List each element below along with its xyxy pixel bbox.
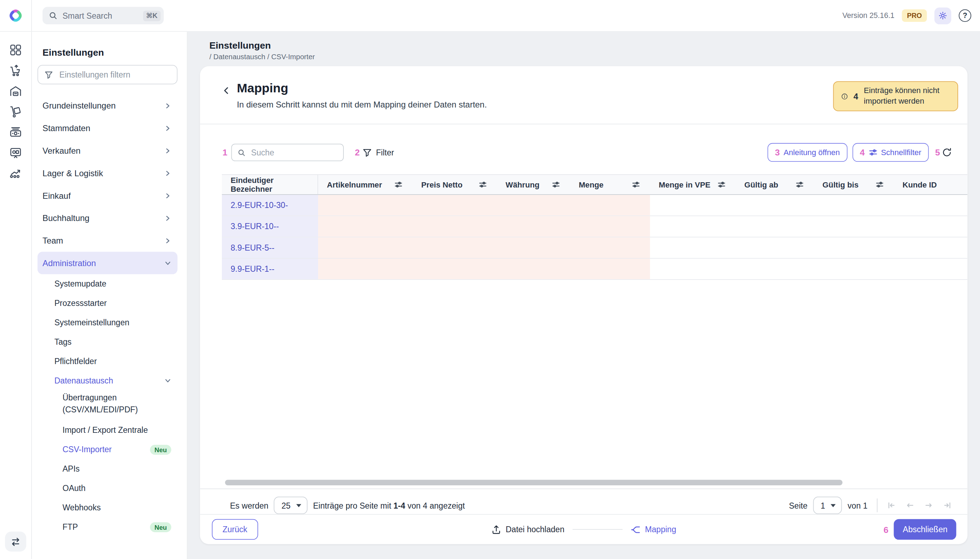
sidebar-item-team[interactable]: Team: [37, 229, 177, 251]
column-header-waehrung[interactable]: Währung: [497, 175, 570, 194]
sidebar-item-einkauf[interactable]: Einkauf: [37, 184, 177, 207]
pagesize-select[interactable]: 25: [274, 497, 308, 514]
refresh-icon: [942, 147, 952, 157]
sidebar-item-verkaufen[interactable]: Verkaufen: [37, 139, 177, 162]
sidebar-filter-input[interactable]: [58, 69, 171, 80]
last-page-icon[interactable]: [943, 501, 952, 509]
unmapped-error-cells: [318, 259, 650, 279]
row-key-cell: 9.9-EUR-1--: [222, 259, 318, 279]
column-header-menge[interactable]: Menge: [570, 175, 650, 194]
horizontal-scrollbar[interactable]: [225, 480, 843, 485]
toolbar-right: 3 Anleitung öffnen 4 Schnellfilter 5: [767, 143, 952, 162]
step-connector: [573, 529, 623, 530]
logistics-dolly-icon[interactable]: [9, 105, 23, 119]
column-header-eindeutiger-bezeichner[interactable]: Eindeutiger Bezeichner: [222, 175, 318, 194]
annotation-2: 2: [355, 147, 360, 157]
table-row[interactable]: 3.9-EUR-10--: [222, 216, 967, 237]
column-header-artikelnummer[interactable]: Artikelnummer: [318, 175, 412, 194]
sidebar-item-apis[interactable]: APIs: [37, 459, 177, 479]
back-step-button[interactable]: Zurück: [212, 519, 258, 540]
step-mapping[interactable]: Mapping: [631, 524, 676, 534]
first-page-icon[interactable]: [887, 501, 896, 509]
step-upload[interactable]: Datei hochladen: [491, 524, 564, 534]
pos-screen-icon[interactable]: [9, 146, 23, 160]
app-root: Smart Search ⌘K Version 25.16.1 PRO ?: [0, 0, 980, 559]
sidebar-item-systemupdate[interactable]: Systemupdate: [37, 274, 177, 294]
unmapped-error-cells: [318, 195, 650, 215]
sales-cart-icon[interactable]: [9, 64, 23, 78]
finish-button[interactable]: Abschließen: [894, 519, 956, 540]
finance-cash-icon[interactable]: [9, 126, 23, 139]
column-header-kunde-id[interactable]: Kunde ID: [894, 175, 967, 194]
pagination-bar: Es werden 25 Einträge pro Seite mit 1-4 …: [230, 497, 952, 514]
apps-grid-icon[interactable]: [9, 43, 23, 57]
refresh-button[interactable]: [942, 147, 952, 157]
sidebar-item-buchhaltung[interactable]: Buchhaltung: [37, 207, 177, 230]
sidebar-item-lager-logistik[interactable]: Lager & Logistik: [37, 162, 177, 184]
breadcrumb: / Datenaustausch / CSV-Importer: [209, 53, 968, 61]
warehouse-icon[interactable]: [9, 84, 23, 98]
warning-text: Einträge können nicht importiert werden: [864, 86, 950, 107]
settings-gear-button[interactable]: [935, 7, 952, 24]
chevron-down-icon: [164, 377, 171, 384]
column-mapping-icon[interactable]: [632, 180, 640, 189]
page-select[interactable]: 1: [813, 497, 842, 514]
sidebar-item-datenaustausch[interactable]: Datenaustausch: [37, 371, 177, 390]
table-row[interactable]: 2.9-EUR-10-30-: [222, 195, 967, 216]
sidebar-item-administration[interactable]: Administration: [37, 251, 177, 274]
column-mapping-icon[interactable]: [796, 180, 804, 189]
swap-arrows-icon: [10, 536, 21, 547]
sidebar-item-prozessstarter[interactable]: Prozessstarter: [37, 294, 177, 313]
column-header-preis-netto[interactable]: Preis Netto: [412, 175, 497, 194]
mapping-card: Mapping In diesem Schritt kannst du mit …: [200, 66, 967, 544]
column-mapping-icon[interactable]: [394, 180, 402, 189]
filter-button[interactable]: Filter: [362, 148, 394, 157]
help-button[interactable]: ?: [959, 10, 971, 22]
table-row[interactable]: 9.9-EUR-1--: [222, 259, 967, 280]
annotation-6: 6: [883, 524, 888, 534]
analytics-chart-icon[interactable]: [9, 167, 23, 180]
neu-badge: Neu: [150, 522, 171, 532]
sidebar-title: Einstellungen: [43, 47, 187, 58]
pagesize-text: Einträge pro Seite mit 1-4 von 4 angezei…: [313, 501, 465, 510]
column-header-gueltig-bis[interactable]: Gültig bis: [814, 175, 894, 194]
column-mapping-icon[interactable]: [718, 180, 726, 189]
smart-search-label: Smart Search: [63, 11, 143, 20]
card-title: Mapping: [237, 81, 487, 96]
column-header-gueltig-ab[interactable]: Gültig ab: [736, 175, 814, 194]
sidebar-item-csv-importer[interactable]: CSV-ImporterNeu: [37, 440, 177, 459]
sidebar-item-oauth[interactable]: OAuth: [37, 479, 177, 498]
open-guide-button[interactable]: 3 Anleitung öffnen: [767, 143, 848, 162]
annotation-4: 4: [860, 147, 865, 157]
main-area: Einstellungen / Datenaustausch / CSV-Imp…: [188, 32, 980, 559]
sidebar-item-uebertragungen[interactable]: Übertragungen (CSV/XML/EDI/PDF): [37, 390, 177, 420]
chevron-down-icon: [164, 260, 171, 266]
quickfilter-button[interactable]: 4 Schnellfilter: [853, 143, 929, 162]
column-header-menge-in-vpe[interactable]: Menge in VPE: [650, 175, 736, 194]
icon-rail: [0, 32, 32, 559]
switch-workspace-button[interactable]: [5, 531, 26, 552]
back-button[interactable]: [221, 85, 232, 96]
xentral-logo[interactable]: [0, 0, 32, 31]
smart-search[interactable]: Smart Search ⌘K: [43, 7, 164, 24]
next-page-icon[interactable]: [924, 501, 933, 509]
chevron-right-icon: [164, 192, 171, 199]
sidebar-item-systemeinstellungen[interactable]: Systemeinstellungen: [37, 313, 177, 332]
funnel-icon: [362, 148, 372, 157]
column-mapping-icon[interactable]: [479, 180, 487, 189]
body-row: Einstellungen Grundeinstellungen Stammda…: [0, 32, 980, 559]
table-row[interactable]: 8.9-EUR-5--: [222, 237, 967, 258]
topbar: Smart Search ⌘K Version 25.16.1 PRO ?: [0, 0, 980, 32]
prev-page-icon[interactable]: [906, 501, 914, 509]
sidebar-item-grundeinstellungen[interactable]: Grundeinstellungen: [37, 94, 177, 117]
sidebar-item-webhooks[interactable]: Webhooks: [37, 498, 177, 518]
sidebar-item-import-export-zentrale[interactable]: Import / Export Zentrale: [37, 420, 177, 440]
sidebar-item-pflichtfelder[interactable]: Pflichtfelder: [37, 352, 177, 371]
column-mapping-icon[interactable]: [876, 180, 884, 189]
sidebar-item-tags[interactable]: Tags: [37, 332, 177, 352]
sidebar-menu: Grundeinstellungen Stammdaten Verkaufen …: [32, 94, 187, 543]
sidebar-item-stammdaten[interactable]: Stammdaten: [37, 117, 177, 139]
column-mapping-icon[interactable]: [552, 180, 560, 189]
sidebar-item-ftp[interactable]: FTPNeu: [37, 517, 177, 536]
table-search-input[interactable]: [250, 147, 338, 157]
